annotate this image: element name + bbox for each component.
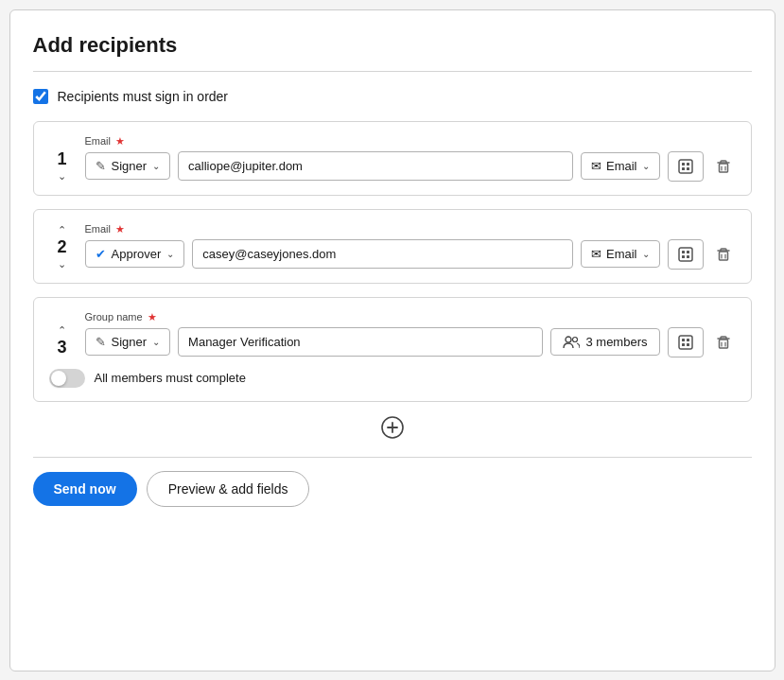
svg-rect-9 (682, 251, 685, 253)
all-members-toggle[interactable] (49, 369, 85, 388)
envelope-icon-2: ✉ (591, 247, 601, 261)
svg-point-17 (573, 337, 578, 341)
svg-rect-22 (687, 343, 689, 346)
plus-circle-icon (380, 415, 405, 440)
svg-rect-3 (682, 167, 685, 170)
auth-icon-2 (677, 246, 694, 263)
chevron-down-icon-delivery-2: ⌄ (642, 249, 650, 259)
recipient-card-3: ⌃ 3 Group name ★ ✎ Signer ⌄ (33, 297, 752, 402)
delete-button-2[interactable] (711, 242, 736, 267)
svg-point-16 (566, 337, 571, 342)
required-star-3: ★ (148, 311, 157, 323)
pen-icon-3: ✎ (96, 335, 106, 349)
step-col-1: 1 ⌄ (49, 149, 76, 182)
role-label-1: Signer (112, 159, 148, 173)
svg-rect-4 (687, 167, 689, 170)
step-up-3[interactable]: ⌃ (58, 325, 66, 336)
send-now-button[interactable]: Send now (33, 472, 137, 506)
role-label-3: Signer (112, 335, 148, 349)
pen-icon-1: ✎ (96, 159, 106, 173)
email-group-1: Email ★ ✎ Signer ⌄ ✉ Email ⌄ (85, 135, 736, 182)
divider (33, 71, 752, 72)
trash-icon-3 (715, 334, 732, 351)
toggle-label-3: All members must complete (95, 371, 246, 385)
svg-rect-10 (687, 251, 689, 253)
preview-button[interactable]: Preview & add fields (147, 471, 310, 507)
delivery-dropdown-1[interactable]: ✉ Email ⌄ (581, 152, 660, 180)
group-name-input-3[interactable] (178, 327, 543, 357)
auth-button-3[interactable] (668, 327, 704, 357)
role-dropdown-3[interactable]: ✎ Signer ⌄ (85, 328, 171, 356)
sign-order-label[interactable]: Recipients must sign in order (58, 89, 229, 104)
add-recipient-row (33, 415, 752, 440)
required-star-1: ★ (115, 135, 125, 147)
svg-rect-18 (679, 336, 692, 349)
add-recipient-button[interactable] (380, 415, 405, 440)
svg-rect-20 (687, 339, 689, 341)
members-count-3: 3 members (585, 335, 647, 349)
delivery-label-2: Email (606, 247, 637, 261)
step-col-3: ⌃ 3 (49, 325, 76, 357)
check-icon-2: ✔ (96, 247, 106, 261)
people-icon-3 (563, 336, 580, 349)
field-label-3: Group name ★ (85, 311, 736, 323)
input-row-1: ✎ Signer ⌄ ✉ Email ⌄ (85, 151, 736, 182)
email-input-1[interactable] (178, 151, 573, 181)
svg-rect-2 (687, 163, 689, 166)
envelope-icon-1: ✉ (591, 159, 601, 173)
step-number-3: 3 (57, 338, 66, 357)
role-label-2: Approver (112, 247, 162, 261)
bottom-bar: Send now Preview & add fields (33, 457, 752, 507)
delete-button-1[interactable] (711, 154, 736, 179)
card-top-row-3: ⌃ 3 Group name ★ ✎ Signer ⌄ (49, 311, 736, 357)
auth-button-1[interactable] (668, 151, 704, 182)
svg-rect-0 (679, 160, 692, 173)
input-row-2: ✔ Approver ⌄ ✉ Email ⌄ (85, 239, 736, 270)
step-down-2[interactable]: ⌄ (58, 259, 66, 270)
auth-button-2[interactable] (668, 239, 704, 270)
role-dropdown-2[interactable]: ✔ Approver ⌄ (85, 240, 185, 268)
page-container: Add recipients Recipients must sign in o… (9, 9, 775, 671)
delivery-dropdown-2[interactable]: ✉ Email ⌄ (581, 240, 660, 268)
chevron-down-icon-1: ⌄ (152, 161, 160, 171)
step-number-2: 2 (57, 237, 66, 257)
members-button-3[interactable]: 3 members (550, 328, 659, 356)
recipient-card-2: ⌃ 2 ⌄ Email ★ ✔ Approver ⌄ ✉ (33, 209, 752, 284)
sign-order-row: Recipients must sign in order (33, 89, 752, 104)
svg-rect-23 (719, 340, 727, 348)
delivery-label-1: Email (606, 159, 637, 173)
svg-rect-21 (682, 343, 685, 346)
sign-order-checkbox[interactable] (33, 89, 48, 104)
chevron-down-icon-2: ⌄ (166, 249, 174, 259)
svg-rect-11 (682, 255, 685, 258)
svg-rect-8 (679, 248, 692, 261)
svg-rect-19 (682, 339, 685, 341)
svg-rect-12 (687, 255, 689, 258)
svg-rect-1 (682, 163, 685, 166)
svg-rect-5 (719, 164, 727, 172)
recipient-card-1: 1 ⌄ Email ★ ✎ Signer ⌄ ✉ Email (33, 121, 752, 196)
auth-icon-1 (677, 158, 694, 175)
trash-icon-1 (715, 158, 732, 175)
card-top-row-1: 1 ⌄ Email ★ ✎ Signer ⌄ ✉ Email (49, 135, 736, 182)
required-star-2: ★ (115, 223, 125, 235)
step-up-2[interactable]: ⌃ (58, 225, 66, 235)
delete-button-3[interactable] (711, 330, 736, 355)
field-label-2: Email ★ (85, 223, 736, 235)
chevron-down-icon-3: ⌄ (152, 337, 160, 347)
step-down-1[interactable]: ⌄ (58, 171, 66, 182)
toggle-knob (51, 371, 66, 386)
email-group-2: Email ★ ✔ Approver ⌄ ✉ Email ⌄ (85, 223, 736, 270)
email-input-2[interactable] (192, 239, 573, 269)
auth-icon-3 (677, 334, 694, 351)
page-title: Add recipients (33, 33, 752, 58)
role-dropdown-1[interactable]: ✎ Signer ⌄ (85, 152, 171, 180)
field-label-1: Email ★ (85, 135, 736, 148)
trash-icon-2 (715, 246, 732, 263)
toggle-row-3: All members must complete (49, 369, 736, 388)
chevron-down-icon-delivery-1: ⌄ (642, 161, 650, 171)
svg-rect-13 (719, 252, 727, 260)
input-row-3: ✎ Signer ⌄ 3 members (85, 327, 736, 357)
card-top-row-2: ⌃ 2 ⌄ Email ★ ✔ Approver ⌄ ✉ (49, 223, 736, 270)
step-number-1: 1 (57, 149, 66, 169)
